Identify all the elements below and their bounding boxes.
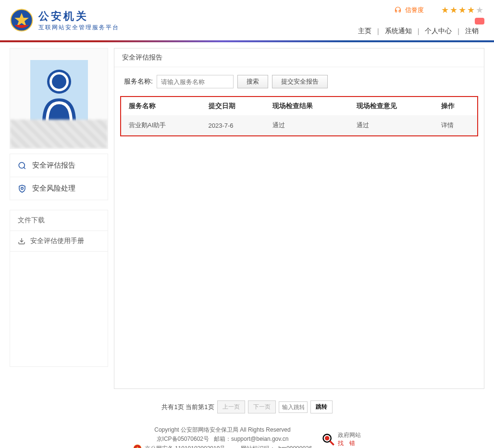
- file-item-label: 安全评估使用手册: [30, 237, 84, 245]
- main-title: 公安机关: [38, 9, 119, 24]
- panel-title: 安全评估报告: [114, 48, 484, 67]
- container: 安全评估报告 安全风险处理 文件下载 安全评估使用手册 安全评估报告 服务名称:…: [0, 42, 494, 395]
- blurred-area: [10, 120, 108, 148]
- top-right: 信誉度 ★★★★★ 主页 | 系统通知 | 个人中心 | 注销: [352, 5, 484, 36]
- svg-point-4: [52, 74, 66, 89]
- prev-page-button[interactable]: 上一页: [217, 400, 245, 413]
- sidebar-item-label: 安全评估报告: [32, 161, 75, 170]
- sidebar-spacer: [10, 252, 108, 367]
- sidebar-item-security-report[interactable]: 安全评估报告: [10, 154, 108, 177]
- avatar-box: [10, 48, 108, 149]
- menu-panel: 安全评估报告 安全风险处理: [10, 154, 108, 200]
- sidebar-item-label: 安全风险处理: [32, 184, 75, 193]
- gov-error-badge[interactable]: 政府网站 找 错: [321, 431, 361, 448]
- footer-icp: 京ICP备05070602号 邮箱：support@beian.gov.cn: [133, 435, 312, 443]
- logo-section: 公安机关 互联网站安全管理服务平台: [10, 8, 119, 32]
- nav-logout[interactable]: 注销: [459, 27, 484, 36]
- cell-opinion: 通过: [349, 115, 433, 135]
- sidebar: 安全评估报告 安全风险处理 文件下载 安全评估使用手册: [10, 48, 108, 389]
- gov-badge-main: 政府网站: [338, 431, 361, 439]
- file-download-item[interactable]: 安全评估使用手册: [10, 231, 108, 251]
- header: 公安机关 互联网站安全管理服务平台 信誉度 ★★★★★ 主页 | 系统通知 | …: [0, 0, 494, 40]
- download-icon: [18, 237, 25, 245]
- detail-link[interactable]: 详情: [441, 121, 454, 129]
- file-download-section: 文件下载 安全评估使用手册: [10, 210, 108, 252]
- search-row: 服务名称: 搜索 提交安全报告: [114, 67, 484, 96]
- cell-result: 通过: [265, 115, 349, 135]
- svg-line-13: [330, 441, 334, 445]
- table-row: 营业鹅AI助手 2023-7-6 通过 通过 详情: [121, 115, 477, 135]
- search-icon: [18, 161, 26, 170]
- page-go-button[interactable]: 跳转: [310, 400, 333, 413]
- file-section-header: 文件下载: [10, 210, 108, 231]
- report-table: 服务名称 提交日期 现场检查结果 现场检查意见 操作 营业鹅AI助手 2023-…: [121, 97, 477, 135]
- col-service-name: 服务名称: [121, 97, 201, 115]
- title-block: 公安机关 互联网站安全管理服务平台: [38, 9, 119, 32]
- police-badge-icon: [10, 8, 34, 32]
- pagination: 共有1页 当前第1页 上一页 下一页 跳转: [0, 395, 494, 419]
- nav-row: 主页 | 系统通知 | 个人中心 | 注销: [352, 27, 484, 36]
- submit-report-button[interactable]: 提交安全报告: [272, 75, 328, 88]
- reputation-stars: ★★★★★: [441, 5, 484, 15]
- col-submit-date: 提交日期: [201, 97, 265, 115]
- col-check-opinion: 现场检查意见: [349, 97, 433, 115]
- cell-date: 2023-7-6: [201, 115, 265, 135]
- svg-point-5: [19, 162, 25, 168]
- sub-title: 互联网站安全管理服务平台: [38, 24, 119, 32]
- gov-badge-sub: 找 错: [338, 439, 361, 448]
- page-jump-input[interactable]: [279, 401, 308, 413]
- cell-service-name: 营业鹅AI助手: [121, 115, 201, 135]
- page-summary: 共有1页 当前第1页: [161, 403, 214, 412]
- col-check-result: 现场检查结果: [265, 97, 349, 115]
- svg-point-7: [21, 187, 24, 190]
- reputation-row: 信誉度 ★★★★★: [395, 5, 484, 15]
- police-badge-small-icon: [133, 444, 142, 448]
- nav-profile[interactable]: 个人中心: [419, 27, 457, 36]
- search-input[interactable]: [157, 75, 234, 88]
- col-action: 操作: [433, 97, 477, 115]
- shield-icon: [18, 184, 26, 193]
- sidebar-item-risk-handling[interactable]: 安全风险处理: [10, 177, 108, 200]
- footer: Copyright 公安部网络安全保卫局 All Rights Reserved…: [0, 419, 494, 448]
- svg-point-12: [325, 436, 329, 440]
- nav-home[interactable]: 主页: [352, 27, 377, 36]
- highlighted-table: 服务名称 提交日期 现场检查结果 现场检查意见 操作 营业鹅AI助手 2023-…: [120, 96, 478, 136]
- footer-record: 京公网安备 11010102002019号 网站标识码：bm09000026: [133, 444, 312, 448]
- next-page-button[interactable]: 下一页: [248, 400, 276, 413]
- search-label: 服务名称:: [124, 77, 153, 86]
- message-bubble-icon[interactable]: [475, 18, 484, 24]
- search-button[interactable]: 搜索: [237, 75, 268, 88]
- reputation-label: 信誉度: [405, 6, 424, 14]
- nav-notice[interactable]: 系统通知: [379, 27, 418, 36]
- footer-copyright: Copyright 公安部网络安全保卫局 All Rights Reserved: [133, 426, 312, 434]
- magnifier-icon: [321, 433, 335, 446]
- main-panel: 安全评估报告 服务名称: 搜索 提交安全报告 服务名称 提交日期 现场检查结果 …: [114, 48, 484, 389]
- headset-icon: [395, 6, 401, 14]
- svg-line-6: [24, 167, 25, 169]
